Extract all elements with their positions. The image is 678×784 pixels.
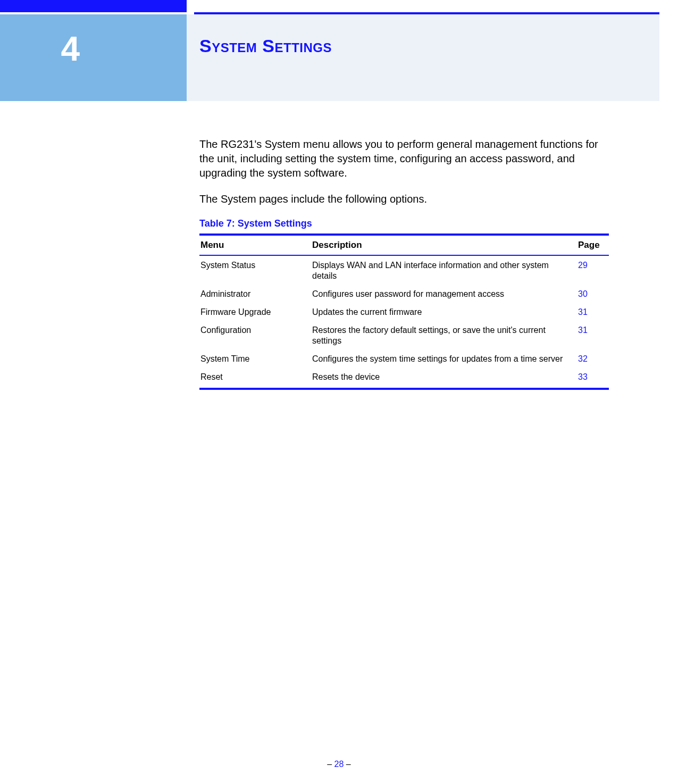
cell-description: Configures the system time settings for …: [311, 349, 577, 368]
table-row: Reset Resets the device 33: [199, 368, 609, 389]
page-link[interactable]: 30: [578, 289, 588, 298]
top-left-accent-bar: [0, 0, 187, 12]
page-link[interactable]: 33: [578, 372, 588, 381]
cell-page: 31: [577, 303, 609, 321]
intro-paragraph-1: The RG231's System menu allows you to pe…: [199, 137, 609, 180]
document-page: 4 System Settings The RG231's System men…: [0, 0, 678, 784]
chapter-header-band: 4 System Settings: [0, 14, 659, 101]
body-content: The RG231's System menu allows you to pe…: [199, 137, 609, 390]
table-row: System Time Configures the system time s…: [199, 349, 609, 368]
page-link[interactable]: 29: [578, 261, 588, 270]
cell-menu: Reset: [199, 368, 311, 389]
cell-description: Restores the factory default settings, o…: [311, 321, 577, 349]
table-header-menu: Menu: [199, 235, 311, 255]
cell-description: Resets the device: [311, 368, 577, 389]
table-header-page: Page: [577, 235, 609, 255]
cell-page: 32: [577, 349, 609, 368]
cell-menu: System Time: [199, 349, 311, 368]
cell-page: 33: [577, 368, 609, 389]
cell-description: Updates the current firmware: [311, 303, 577, 321]
cell-menu: Configuration: [199, 321, 311, 349]
cell-page: 31: [577, 321, 609, 349]
page-number: 28: [334, 760, 344, 769]
cell-page: 30: [577, 285, 609, 303]
table-caption: Table 7: System Settings: [199, 218, 609, 229]
cell-menu: System Status: [199, 255, 311, 285]
table-row: Firmware Upgrade Updates the current fir…: [199, 303, 609, 321]
cell-page: 29: [577, 255, 609, 285]
chapter-title: System Settings: [199, 36, 332, 56]
page-link[interactable]: 31: [578, 307, 588, 316]
cell-menu: Firmware Upgrade: [199, 303, 311, 321]
table-row: System Status Displays WAN and LAN inter…: [199, 255, 609, 285]
cell-menu: Administrator: [199, 285, 311, 303]
chapter-number-tab: 4: [0, 14, 187, 101]
footer-dash-right: –: [346, 760, 351, 769]
page-footer: – 28 –: [0, 760, 678, 769]
table-header-row: Menu Description Page: [199, 235, 609, 255]
table-row: Administrator Configures user password f…: [199, 285, 609, 303]
chapter-number: 4: [0, 29, 80, 69]
system-settings-table: Menu Description Page System Status Disp…: [199, 233, 609, 390]
page-link[interactable]: 31: [578, 326, 588, 335]
table-row: Configuration Restores the factory defau…: [199, 321, 609, 349]
cell-description: Displays WAN and LAN interface informati…: [311, 255, 577, 285]
page-link[interactable]: 32: [578, 354, 588, 363]
cell-description: Configures user password for management …: [311, 285, 577, 303]
table-header-description: Description: [311, 235, 577, 255]
footer-dash-left: –: [327, 760, 334, 769]
intro-paragraph-2: The System pages include the following o…: [199, 192, 609, 206]
